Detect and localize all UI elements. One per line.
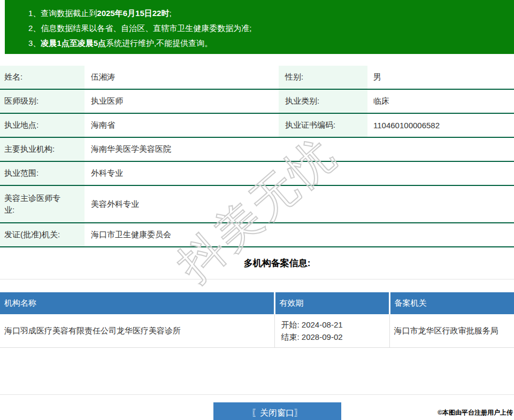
notice-bold-text: 2025年6月15日22时 xyxy=(97,9,169,18)
field-label-name: 姓名: xyxy=(0,66,85,89)
table-row: 执业范围: 外科专业 xyxy=(0,161,514,185)
table-row: 海口羽成医疗美容有限责任公司龙华医疗美容诊所 开始: 2024-08-21 结束… xyxy=(0,314,514,348)
field-label-text: 美容主诊医师专业: xyxy=(4,192,64,216)
bottom-divider xyxy=(0,394,514,395)
field-label-main-institution: 主要执业机构: xyxy=(0,137,85,161)
notice-text: 1、查询数据截止到 xyxy=(28,9,97,18)
table-row: 主要执业机构: 海南华美医学美容医院 xyxy=(0,137,514,161)
table-header-row: 机构名称 有效期 备案机关 xyxy=(0,292,514,314)
field-label-doctor-level: 医师级别: xyxy=(0,89,85,113)
column-header-org-name: 机构名称 xyxy=(0,292,274,314)
field-value-practice-category: 临床 xyxy=(367,89,514,113)
validity-start: 开始: 2024-08-21 xyxy=(281,318,385,331)
cell-org-name: 海口羽成医疗美容有限责任公司龙华医疗美容诊所 xyxy=(0,314,274,348)
column-header-filing-authority: 备案机关 xyxy=(389,292,514,314)
cell-validity: 开始: 2024-08-21 结束: 2028-09-02 xyxy=(274,314,389,348)
notice-text: ; xyxy=(169,9,171,18)
doctor-info-table: 姓名: 伍湘涛 性别: 男 医师级别: 执业医师 执业类别: 临床 执业地点: … xyxy=(0,66,514,247)
upload-credit-watermark: ©本图由平台注册用户上传 xyxy=(438,408,513,417)
page: 1、查询数据截止到2025年6月15日22时; 2、信息数据结果以各省、自治区、… xyxy=(0,0,514,420)
field-value-doctor-level: 执业医师 xyxy=(85,89,279,113)
notice-line-1: 1、查询数据截止到2025年6月15日22时; xyxy=(28,6,514,21)
table-row: 执业地点: 海南省 执业证书编码: 110460100006582 xyxy=(0,113,514,137)
notice-text: 2、信息数据结果以各省、自治区、直辖市卫生健康委数据为准; xyxy=(28,24,252,33)
multi-org-section: 机构名称 有效期 备案机关 海口羽成医疗美容有限责任公司龙华医疗美容诊所 开始:… xyxy=(0,279,514,348)
close-window-button[interactable]: 〖关闭窗口〗 xyxy=(213,402,341,420)
validity-end-label: 结束: xyxy=(281,332,300,341)
table-row: 美容主诊医师专业: 美容外科专业 xyxy=(0,185,514,223)
notice-banner: 1、查询数据截止到2025年6月15日22时; 2、信息数据结果以各省、自治区、… xyxy=(5,0,514,54)
cell-filing-authority: 海口市龙华区行政审批服务局 xyxy=(389,314,514,348)
field-label-issuing-authority: 发证(批准)机关: xyxy=(0,223,85,247)
field-value-gender: 男 xyxy=(367,66,514,89)
validity-start-date: 2024-08-21 xyxy=(302,320,343,329)
field-label-practice-location: 执业地点: xyxy=(0,113,85,137)
field-value-main-institution: 海南华美医学美容医院 xyxy=(85,137,514,161)
field-value-practice-location: 海南省 xyxy=(85,113,279,137)
field-value-issuing-authority: 海口市卫生健康委员会 xyxy=(85,223,514,247)
field-value-name: 伍湘涛 xyxy=(85,66,279,89)
field-label-cosmetic-specialty: 美容主诊医师专业: xyxy=(0,185,85,223)
notice-line-2: 2、信息数据结果以各省、自治区、直辖市卫生健康委数据为准; xyxy=(28,21,514,36)
table-row: 发证(批准)机关: 海口市卫生健康委员会 xyxy=(0,223,514,247)
field-value-practice-scope: 外科专业 xyxy=(85,161,514,185)
validity-start-label: 开始: xyxy=(281,320,300,329)
field-value-certificate-number: 110460100006582 xyxy=(367,113,514,137)
column-header-validity: 有效期 xyxy=(274,292,389,314)
table-row: 姓名: 伍湘涛 性别: 男 xyxy=(0,66,514,89)
field-label-practice-scope: 执业范围: xyxy=(0,161,85,185)
notice-line-3: 3、凌晨1点至凌晨5点系统进行维护,不能提供查询。 xyxy=(28,36,514,51)
field-value-cosmetic-specialty: 美容外科专业 xyxy=(85,185,514,223)
multi-org-heading: 多机构备案信息: xyxy=(0,247,514,275)
multi-org-table: 机构名称 有效期 备案机关 海口羽成医疗美容有限责任公司龙华医疗美容诊所 开始:… xyxy=(0,292,514,348)
validity-end-date: 2028-09-02 xyxy=(302,332,343,341)
notice-text: 系统进行维护,不能提供查询。 xyxy=(106,38,212,48)
notice-bold-text: 凌晨1点至凌晨5点 xyxy=(41,38,106,48)
validity-end: 结束: 2028-09-02 xyxy=(281,331,385,343)
notice-text: 3、 xyxy=(28,38,41,48)
field-label-certificate-number: 执业证书编码: xyxy=(279,113,367,137)
field-label-gender: 性别: xyxy=(279,66,367,89)
table-row: 医师级别: 执业医师 执业类别: 临床 xyxy=(0,89,514,113)
field-label-practice-category: 执业类别: xyxy=(279,89,367,113)
